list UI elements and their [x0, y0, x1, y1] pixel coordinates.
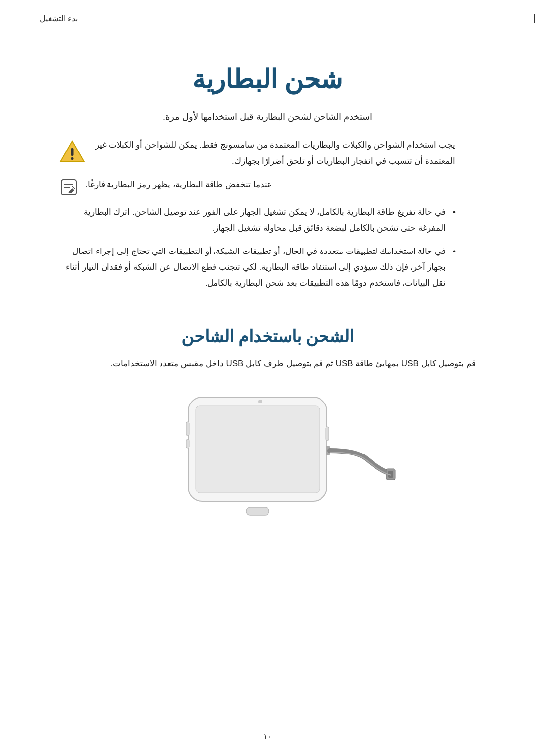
charger-intro: قم بتوصيل كابل USB بمهايئ طاقة USB ثم قم… — [59, 356, 476, 372]
svg-rect-16 — [326, 427, 329, 441]
intro-text: استخدم الشاحن لشحن البطارية قبل استخدامه… — [40, 109, 495, 125]
header-bar: بدء التشغيل — [0, 14, 535, 23]
main-title: شحن البطارية — [40, 64, 495, 94]
page-number: ١٠ — [263, 732, 272, 741]
header-text: بدء التشغيل — [40, 14, 83, 23]
page-container: بدء التشغيل شحن البطارية استخدم الشاحن ل… — [0, 0, 535, 756]
bullet-list: عندما تنخفض طاقة البطارية، يظهر رمز البط… — [59, 177, 456, 291]
divider — [40, 306, 495, 306]
bullet-text-1: عندما تنخفض طاقة البطارية، يظهر رمز البط… — [85, 177, 272, 193]
svg-rect-15 — [186, 439, 189, 448]
svg-rect-2 — [71, 157, 74, 160]
warning-box: يجب استخدام الشواحن والكبلات والبطاريات … — [59, 137, 476, 169]
bullet-item-3: في حالة استخدامك لتطبيقات متعددة في الحا… — [59, 244, 456, 292]
charger-section-title: الشحن باستخدام الشاحن — [40, 326, 495, 346]
device-image-container — [40, 387, 495, 546]
bullet-item-1: عندما تنخفض طاقة البطارية، يظهر رمز البط… — [59, 177, 456, 197]
bullet-item-2: في حالة تفريغ طاقة البطارية بالكامل، لا … — [59, 204, 456, 237]
warning-text: يجب استخدام الشواحن والكبلات والبطاريات … — [95, 137, 455, 169]
svg-rect-8 — [196, 406, 320, 493]
svg-rect-10 — [246, 507, 269, 515]
note-icon — [59, 178, 78, 197]
svg-point-9 — [258, 400, 262, 403]
svg-rect-1 — [71, 148, 74, 156]
device-illustration — [139, 387, 396, 546]
warning-icon — [59, 139, 85, 165]
svg-rect-14 — [186, 422, 189, 436]
